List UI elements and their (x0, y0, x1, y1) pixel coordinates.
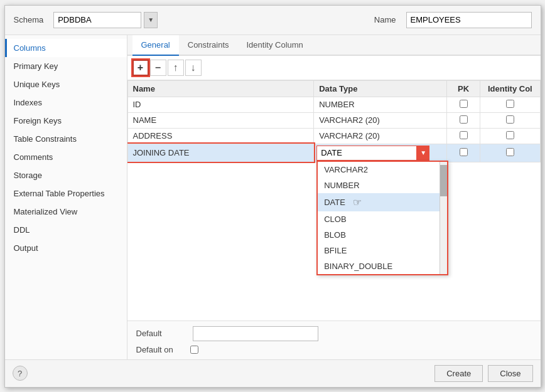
sidebar-item-primary-key[interactable]: Primary Key (5, 57, 127, 75)
sidebar-item-foreign-keys-label: Foreign Keys (14, 116, 62, 125)
toolbar: + − ↑ ↓ (127, 56, 541, 80)
name-input[interactable] (406, 12, 532, 28)
cell-identity[interactable] (480, 144, 540, 162)
footer: ? Create Close (5, 359, 541, 387)
schema-dropdown-arrow[interactable]: ▼ (144, 12, 158, 28)
col-header-datatype: Data Type (314, 80, 447, 97)
pk-checkbox[interactable] (460, 148, 468, 156)
main-content: Columns Primary Key Unique Keys Indexes … (5, 35, 541, 359)
sidebar-item-mat-label: Materialized View (14, 207, 78, 216)
sidebar-item-indexes[interactable]: Indexes (5, 93, 127, 112)
col-header-pk: PK (447, 80, 480, 97)
sidebar-item-materialized-view[interactable]: Materialized View (5, 203, 127, 221)
default-on-label: Default on (136, 345, 186, 354)
table-row: ID NUMBER (127, 97, 540, 112)
table-row-selected: JOINING DATE ▼ VARCHAR2 NUMBER DA (127, 144, 540, 162)
cell-identity[interactable] (480, 128, 540, 144)
cell-datatype[interactable]: VARCHAR2 (20) (314, 112, 447, 128)
schema-label: Schema (14, 15, 44, 24)
dropdown-option-varchar2[interactable]: VARCHAR2 (318, 162, 447, 177)
sidebar-item-ddl[interactable]: DDL (5, 221, 127, 239)
add-row-button[interactable]: + (132, 60, 149, 76)
identity-checkbox[interactable] (506, 115, 514, 124)
dropdown-option-blob[interactable]: BLOB (318, 227, 447, 243)
tabs-bar: General Constraints Identity Column (127, 35, 541, 56)
pk-checkbox[interactable] (460, 115, 468, 124)
dropdown-scrollbar[interactable] (440, 162, 447, 274)
create-button[interactable]: Create (434, 365, 483, 382)
table-row: ADDRESS VARCHAR2 (20) (127, 128, 540, 144)
move-up-button[interactable]: ↑ (168, 60, 184, 76)
right-panel: General Constraints Identity Column + − … (127, 35, 541, 359)
sidebar-item-foreign-keys[interactable]: Foreign Keys (5, 112, 127, 130)
tab-general[interactable]: General (132, 35, 179, 56)
pk-checkbox[interactable] (460, 131, 468, 139)
sidebar-item-primary-key-label: Primary Key (14, 61, 58, 71)
dropdown-option-binary-double[interactable]: BINARY_DOUBLE (318, 258, 447, 274)
schema-select[interactable]: ▼ (53, 12, 158, 28)
default-on-row: Default on (136, 345, 532, 354)
cell-pk[interactable] (447, 128, 480, 144)
default-on-checkbox[interactable] (190, 346, 198, 354)
bottom-section: Default Default on (127, 320, 541, 359)
table-area: Name Data Type PK Identity Col ID NUMBER (127, 80, 541, 320)
dropdown-scrollthumb (440, 165, 447, 196)
close-button[interactable]: Close (488, 365, 532, 382)
sidebar-item-ddl-label: DDL (14, 225, 30, 235)
cell-name[interactable]: ADDRESS (127, 128, 314, 144)
help-button[interactable]: ? (13, 366, 28, 381)
cell-pk[interactable] (447, 144, 480, 162)
move-down-button[interactable]: ↓ (185, 60, 202, 76)
cell-name[interactable]: ID (127, 97, 314, 112)
sidebar-item-output[interactable]: Output (5, 239, 127, 257)
cell-name-joining-date[interactable]: JOINING DATE (127, 144, 314, 162)
main-dialog: Schema ▼ Name Columns Primary Key Unique… (4, 5, 541, 388)
dropdown-option-bfile[interactable]: BFILE (318, 243, 447, 258)
sidebar-item-indexes-label: Indexes (14, 98, 43, 107)
datatype-dropdown-list: VARCHAR2 NUMBER DATE ☞ CLOB BLOB BFILE B… (316, 161, 448, 275)
sidebar-item-unique-keys[interactable]: Unique Keys (5, 75, 127, 93)
sidebar-item-ext-label: External Table Properties (14, 189, 105, 198)
dropdown-option-number[interactable]: NUMBER (318, 177, 447, 193)
dropdown-option-clob[interactable]: CLOB (318, 211, 447, 227)
pk-checkbox[interactable] (460, 100, 468, 108)
datatype-input[interactable] (316, 146, 417, 161)
default-label: Default (136, 329, 186, 338)
col-header-identity: Identity Col (480, 80, 540, 97)
schema-input[interactable] (53, 12, 141, 28)
sidebar-item-output-label: Output (14, 243, 38, 253)
name-label: Name (374, 15, 396, 24)
cell-pk[interactable] (447, 112, 480, 128)
cell-identity[interactable] (480, 97, 540, 112)
sidebar: Columns Primary Key Unique Keys Indexes … (5, 35, 127, 359)
cell-datatype[interactable]: NUMBER (314, 97, 447, 112)
sidebar-item-table-constraints[interactable]: Table Constraints (5, 130, 127, 148)
default-row: Default (136, 326, 532, 341)
datatype-dropdown-arrow[interactable]: ▼ (417, 146, 429, 161)
default-input[interactable] (193, 326, 318, 341)
cell-identity[interactable] (480, 112, 540, 128)
cell-datatype[interactable]: VARCHAR2 (20) (314, 128, 447, 144)
sidebar-item-external-table-properties[interactable]: External Table Properties (5, 184, 127, 203)
sidebar-item-comments[interactable]: Comments (5, 148, 127, 166)
sidebar-item-storage[interactable]: Storage (5, 166, 127, 184)
table-row: NAME VARCHAR2 (20) (127, 112, 540, 128)
col-header-name: Name (127, 80, 314, 97)
cell-pk[interactable] (447, 97, 480, 112)
sidebar-item-columns-label: Columns (14, 43, 46, 53)
cell-datatype-dropdown: ▼ VARCHAR2 NUMBER DATE ☞ CLOB BLOB BFILE (314, 144, 447, 162)
cell-name[interactable]: NAME (127, 112, 314, 128)
header-bar: Schema ▼ Name (5, 6, 541, 35)
tab-identity-column[interactable]: Identity Column (238, 35, 312, 56)
remove-row-button[interactable]: − (150, 60, 166, 76)
identity-checkbox[interactable] (506, 131, 514, 139)
identity-checkbox[interactable] (506, 100, 514, 108)
sidebar-item-comments-label: Comments (14, 152, 53, 162)
dropdown-option-date[interactable]: DATE ☞ (318, 193, 447, 211)
sidebar-item-storage-label: Storage (14, 171, 43, 180)
sidebar-item-columns[interactable]: Columns (5, 39, 127, 57)
sidebar-item-table-constraints-label: Table Constraints (14, 134, 77, 144)
identity-checkbox[interactable] (506, 148, 514, 156)
datatype-dropdown-cell[interactable]: ▼ VARCHAR2 NUMBER DATE ☞ CLOB BLOB BFILE (316, 146, 444, 161)
tab-constraints[interactable]: Constraints (179, 35, 238, 56)
